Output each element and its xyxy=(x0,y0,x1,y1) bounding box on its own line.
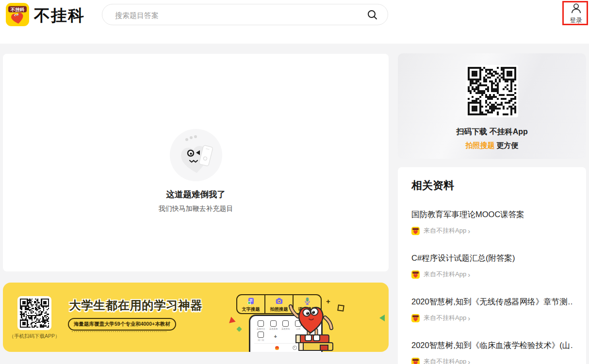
chevron-right-icon: › xyxy=(468,315,470,321)
dotted-underline xyxy=(72,331,166,332)
related-item-link[interactable]: C#程序设计试题汇总(附答案) xyxy=(411,253,573,264)
app-badge-icon xyxy=(411,314,420,322)
source-link[interactable]: 来自不挂科App › xyxy=(411,270,573,279)
plus-decoration: + xyxy=(326,297,330,305)
flame-icon xyxy=(275,346,279,350)
text-search-icon xyxy=(247,297,255,305)
diamond-decoration xyxy=(236,326,242,332)
app-badge-icon xyxy=(411,270,420,279)
triangle-decoration xyxy=(379,315,385,321)
app-badge-icon xyxy=(411,358,420,364)
related-item: 2020智慧树,知到《临床血液学检验技术》(山… 来自不挂科App › xyxy=(411,340,573,364)
download-text: 扫码下载 不挂科App xyxy=(456,127,528,137)
app-icon xyxy=(258,332,264,338)
page: 不挂科 不挂科 登录 xyxy=(0,0,589,364)
related-materials-title: 相关资料 xyxy=(411,179,573,192)
related-materials-card: 相关资料 国防教育军事理论MOOC课答案 来自不挂科App › C#程序设计试题… xyxy=(398,167,586,364)
app-badge-icon xyxy=(411,227,420,235)
search-bar xyxy=(102,4,388,25)
promo-banner[interactable]: （手机扫码下载APP） 大学生都在用的学习神器 海量题库覆盖大学59个专业和40… xyxy=(3,283,389,352)
add-icon: + xyxy=(274,333,277,339)
source-label: 来自不挂科App xyxy=(424,226,466,235)
related-item-link[interactable]: 国防教育军事理论MOOC课答案 xyxy=(411,209,573,220)
photo-search-highlight: 拍照搜题 xyxy=(465,141,494,149)
chevron-right-icon: › xyxy=(468,359,470,364)
related-item: 2020智慧树,知到《无线传感器网络》章节测… 来自不挂科App › xyxy=(411,296,573,322)
banner-headline: 大学生都在用的学习神器 xyxy=(63,298,209,313)
source-label: 来自不挂科App xyxy=(424,270,466,279)
source-label: 来自不挂科App xyxy=(424,357,466,364)
square-decoration xyxy=(337,304,344,312)
app-logo-icon: 不挂科 xyxy=(6,3,29,26)
chevron-right-icon: › xyxy=(468,228,470,234)
app-download-card: 扫码下载 不挂科App 拍照搜题 更方便 xyxy=(398,53,586,159)
download-subtext: 拍照搜题 更方便 xyxy=(465,141,518,150)
source-label: 来自不挂科App xyxy=(424,314,466,322)
related-item-link[interactable]: 2020智慧树,知到《无线传感器网络》章节测… xyxy=(411,296,573,307)
related-item: 国防教育军事理论MOOC课答案 来自不挂科App › xyxy=(411,209,573,235)
download-qr-code xyxy=(468,67,516,115)
login-button[interactable]: 登录 xyxy=(565,3,587,24)
feature-text-search: 文字搜题 xyxy=(237,295,264,313)
logo-badge-text: 不挂科 xyxy=(10,7,25,12)
banner-qr-code xyxy=(20,299,49,328)
app-logo[interactable]: 不挂科 xyxy=(6,3,29,26)
chevron-right-icon: › xyxy=(468,271,470,278)
app-label: 问一问 xyxy=(256,338,266,341)
header: 不挂科 不挂科 登录 xyxy=(0,0,589,44)
banner-pill: 海量题库覆盖大学59个专业和4000+本教材 xyxy=(68,318,176,331)
search-icon[interactable] xyxy=(367,9,378,20)
app-icon xyxy=(270,320,277,327)
empty-state-card: 这道题难倒我了 我们快马加鞭去补充题目 xyxy=(3,54,389,271)
empty-state-subtitle: 我们快马加鞭去补充题目 xyxy=(159,205,233,213)
banner-qr-frame xyxy=(17,296,51,330)
empty-state-title: 这道题难倒我了 xyxy=(166,189,226,200)
brand-title[interactable]: 不挂科 xyxy=(34,5,85,27)
sad-mascot-illustration xyxy=(169,128,223,182)
app-icon xyxy=(258,320,264,327)
banner-qr-caption: （手机扫码下载APP） xyxy=(4,333,65,340)
app-label: 高考真题 xyxy=(268,327,279,330)
source-link[interactable]: 来自不挂科App › xyxy=(411,226,573,235)
user-icon xyxy=(571,3,582,14)
source-link[interactable]: 来自不挂科App › xyxy=(411,314,573,322)
more-convenient-text: 更方便 xyxy=(494,141,518,149)
related-item: C#程序设计试题汇总(附答案) 来自不挂科App › xyxy=(411,253,573,279)
feature-label: 文字搜题 xyxy=(242,306,260,312)
app-label: 高考估分 xyxy=(256,327,266,330)
search-input[interactable] xyxy=(114,4,359,26)
qr-code-frame xyxy=(466,65,518,117)
related-item-link[interactable]: 2020智慧树,知到《临床血液学检验技术》(山… xyxy=(411,340,573,351)
triangle-decoration xyxy=(229,317,237,325)
source-link[interactable]: 来自不挂科App › xyxy=(411,357,573,364)
login-label: 登录 xyxy=(565,16,587,25)
